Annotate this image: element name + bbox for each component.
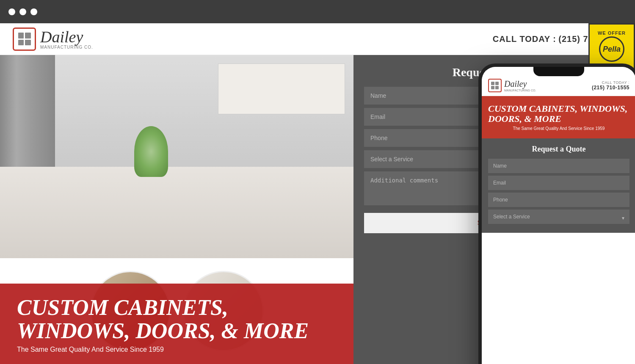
hero-section: CUSTOM CABINETS, WINDOWS, DOORS, & MORE … <box>0 55 353 364</box>
logo-text: Dailey MANUFACTURING CO. <box>40 29 93 50</box>
phone-logo-sub: MANUFACTURING CO. <box>504 89 536 92</box>
phone-call-info: CALL TODAY : (215) 710-1555 <box>592 80 629 91</box>
browser-window: Dailey MANUFACTURING CO. CALL TODAY : (2… <box>0 23 635 364</box>
logo-sub: MANUFACTURING CO. <box>40 45 93 50</box>
phone-logo-brand: Dailey <box>504 79 536 89</box>
phone-select-arrow-icon: ▼ <box>621 216 625 221</box>
phone-service-input[interactable] <box>488 210 629 224</box>
main-content: CUSTOM CABINETS, WINDOWS, DOORS, & MORE … <box>0 55 635 364</box>
close-button[interactable] <box>8 8 15 15</box>
phone-service-wrapper: ▼ <box>488 210 629 226</box>
pella-we-offer-label: WE OFFER <box>598 30 626 36</box>
phone-logo-icon <box>488 79 502 92</box>
logo-icon <box>13 28 36 51</box>
browser-chrome <box>0 0 635 23</box>
cabinets-element <box>218 63 345 114</box>
site-header: Dailey MANUFACTURING CO. CALL TODAY : (2… <box>0 23 635 55</box>
counter-element <box>0 167 353 258</box>
phone-email-input[interactable] <box>488 176 629 190</box>
logo-brand: Dailey <box>40 29 93 45</box>
phone-call-number: (215) 710-1555 <box>592 85 629 91</box>
logo-grid <box>18 33 31 45</box>
pella-badge: WE OFFER Pella <box>588 23 635 70</box>
phone-logo-text-area: Dailey MANUFACTURING CO. <box>504 79 536 92</box>
minimize-button[interactable] <box>19 8 26 15</box>
hero-image <box>0 55 353 258</box>
phone-quote-section: Request a Quote ▼ <box>482 138 635 233</box>
phone-mockup: Dailey MANUFACTURING CO. CALL TODAY : (2… <box>478 63 635 364</box>
hero-title: CUSTOM CABINETS, WINDOWS, DOORS, & MORE <box>17 296 337 342</box>
maximize-button[interactable] <box>30 8 37 15</box>
phone-phone-input[interactable] <box>488 193 629 207</box>
phone-hero-section: CUSTOM CABINETS, WINDOWS, DOORS, & MORE … <box>482 96 635 138</box>
pella-brand-text: Pella <box>603 45 621 54</box>
phone-hero-subtitle: The Same Great Quality And Service Since… <box>488 126 629 131</box>
phone-call-label: CALL TODAY : <box>592 80 629 85</box>
traffic-lights <box>8 8 37 15</box>
pella-logo-circle: Pella <box>599 36 624 62</box>
phone-quote-title: Request a Quote <box>488 145 629 154</box>
call-label: CALL TODAY : <box>493 34 556 44</box>
phone-logo-area: Dailey MANUFACTURING CO. <box>488 79 536 92</box>
flower-vase-element <box>134 126 168 177</box>
phone-notch <box>533 67 584 76</box>
hero-text-overlay: CUSTOM CABINETS, WINDOWS, DOORS, & MORE … <box>0 284 353 364</box>
phone-hero-title: CUSTOM CABINETS, WINDOWS, DOORS, & MORE <box>488 104 629 124</box>
phone-screen: Dailey MANUFACTURING CO. CALL TODAY : (2… <box>482 67 635 364</box>
phone-logo-grid <box>491 82 499 89</box>
phone-name-input[interactable] <box>488 159 629 173</box>
logo-area: Dailey MANUFACTURING CO. <box>13 28 93 51</box>
hero-subtitle: The Same Great Quality And Service Since… <box>17 346 337 353</box>
